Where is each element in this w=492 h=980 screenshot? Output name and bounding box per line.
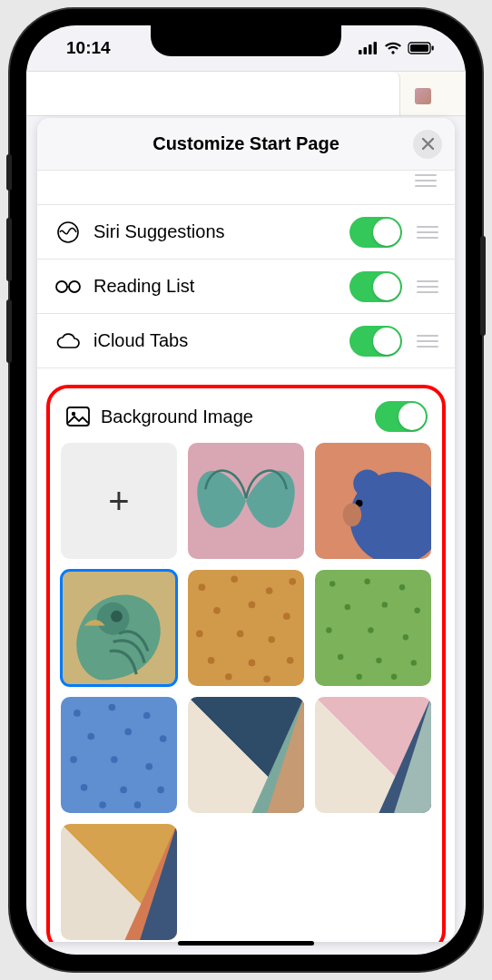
option-row-icloud-tabs[interactable]: iCloud Tabs xyxy=(37,314,455,368)
svg-rect-3 xyxy=(374,42,378,54)
svg-point-11 xyxy=(72,412,75,416)
svg-point-51 xyxy=(391,674,397,680)
svg-point-32 xyxy=(208,657,215,664)
background-thumb-dots-blue[interactable] xyxy=(61,697,177,813)
glasses-icon xyxy=(54,279,83,295)
panel-header: Customize Start Page xyxy=(37,118,455,171)
siri-icon xyxy=(54,220,83,244)
svg-rect-5 xyxy=(410,44,428,52)
svg-point-55 xyxy=(143,712,151,720)
option-row-siri-suggestions[interactable]: Siri Suggestions xyxy=(37,205,455,260)
screen: 10:14 Customize Start Page xyxy=(26,25,466,955)
background-thumbnail-grid: + xyxy=(59,443,433,940)
svg-point-31 xyxy=(268,636,275,643)
svg-point-44 xyxy=(326,627,331,632)
svg-point-26 xyxy=(213,607,221,614)
background-thumb-butterfly[interactable] xyxy=(188,443,304,559)
background-thumb-rays-dark[interactable] xyxy=(188,697,304,813)
svg-point-64 xyxy=(157,787,164,794)
svg-point-38 xyxy=(330,581,335,586)
svg-point-27 xyxy=(249,602,256,609)
drag-handle-icon[interactable] xyxy=(417,226,438,239)
background-image-label: Background Image xyxy=(101,407,375,427)
background-thumb-bear[interactable] xyxy=(315,443,431,559)
toggle-switch[interactable] xyxy=(349,217,402,248)
svg-point-28 xyxy=(283,612,290,620)
add-background-button[interactable]: + xyxy=(61,443,177,559)
status-time: 10:14 xyxy=(66,38,111,58)
power-button xyxy=(480,236,486,336)
background-image-section: Background Image + xyxy=(46,385,446,942)
svg-point-47 xyxy=(338,654,343,660)
wifi-icon xyxy=(384,42,402,54)
svg-point-66 xyxy=(134,801,142,808)
close-button[interactable] xyxy=(413,130,442,159)
svg-point-8 xyxy=(56,281,67,292)
svg-point-43 xyxy=(414,608,419,613)
svg-point-20 xyxy=(111,611,123,622)
toggle-switch[interactable] xyxy=(375,401,428,432)
svg-point-17 xyxy=(343,504,361,527)
panel-body[interactable]: Siri Suggestions Reading List xyxy=(37,171,455,942)
svg-rect-10 xyxy=(67,407,89,426)
svg-point-50 xyxy=(356,674,361,680)
svg-point-39 xyxy=(364,579,369,584)
toggle-switch[interactable] xyxy=(349,271,402,302)
close-icon xyxy=(422,138,434,150)
svg-point-45 xyxy=(368,627,373,632)
svg-point-40 xyxy=(399,584,405,590)
svg-rect-2 xyxy=(369,44,372,54)
svg-point-24 xyxy=(266,587,273,594)
svg-point-63 xyxy=(120,787,127,794)
svg-point-9 xyxy=(69,281,80,292)
customize-panel: Customize Start Page Siri Suggestions xyxy=(37,118,455,942)
background-thumb-dots-orange[interactable] xyxy=(188,570,304,686)
notch xyxy=(151,25,341,56)
svg-point-36 xyxy=(263,675,271,682)
svg-point-59 xyxy=(70,756,77,763)
svg-point-42 xyxy=(382,602,388,607)
background-thumb-parrot[interactable] xyxy=(61,570,177,686)
svg-point-15 xyxy=(353,469,381,497)
background-thumb-rays-pink[interactable] xyxy=(315,697,431,813)
svg-point-53 xyxy=(74,710,81,717)
svg-point-54 xyxy=(108,704,115,711)
panel-title: Customize Start Page xyxy=(153,133,339,154)
battery-icon xyxy=(408,42,435,54)
drag-handle-icon[interactable] xyxy=(417,335,438,348)
svg-point-60 xyxy=(111,756,118,763)
svg-point-41 xyxy=(345,604,350,610)
svg-point-48 xyxy=(376,658,381,663)
background-thumb-rays-gold[interactable] xyxy=(61,824,177,940)
svg-point-58 xyxy=(160,735,167,742)
drag-handle-icon[interactable] xyxy=(415,174,437,187)
svg-rect-0 xyxy=(359,50,362,54)
browser-tab-bar xyxy=(26,71,466,116)
toggle-switch[interactable] xyxy=(349,326,402,357)
home-indicator[interactable] xyxy=(178,941,314,946)
cellular-icon xyxy=(359,42,379,54)
svg-point-61 xyxy=(145,763,153,770)
svg-rect-37 xyxy=(315,570,431,686)
option-label: iCloud Tabs xyxy=(93,330,349,351)
drag-handle-icon[interactable] xyxy=(417,280,438,293)
partial-row-above xyxy=(37,171,455,205)
svg-rect-6 xyxy=(432,46,434,51)
image-icon xyxy=(64,407,92,426)
svg-point-65 xyxy=(99,801,106,808)
volume-up-button xyxy=(6,218,12,281)
option-label: Siri Suggestions xyxy=(93,221,349,242)
svg-point-35 xyxy=(225,673,232,681)
svg-point-56 xyxy=(87,733,94,740)
background-thumb-dots-green[interactable] xyxy=(315,570,431,686)
option-row-reading-list[interactable]: Reading List xyxy=(37,260,455,314)
svg-point-25 xyxy=(289,578,296,585)
svg-point-62 xyxy=(81,784,88,791)
svg-point-29 xyxy=(196,631,203,638)
svg-point-46 xyxy=(403,634,408,640)
status-icons xyxy=(359,42,435,54)
svg-point-22 xyxy=(199,583,206,591)
volume-down-button xyxy=(6,299,12,363)
option-label: Reading List xyxy=(93,276,349,297)
cloud-icon xyxy=(54,332,83,350)
